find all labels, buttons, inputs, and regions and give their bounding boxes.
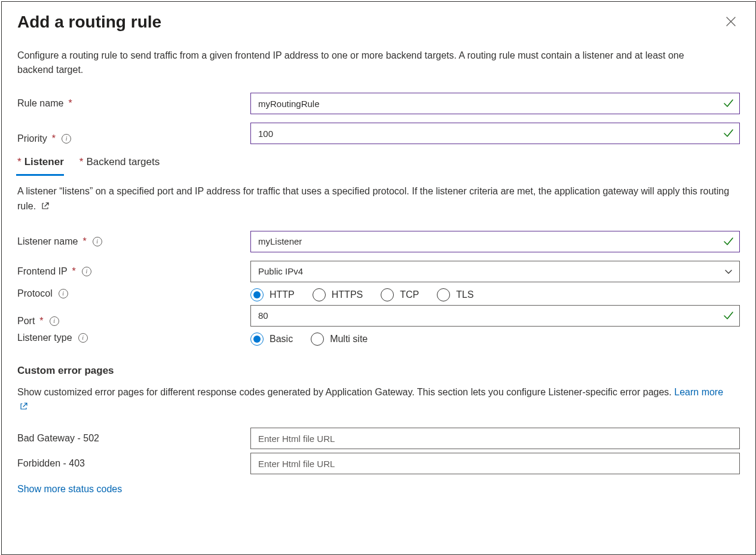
protocol-http-radio[interactable]: HTTP <box>250 288 295 301</box>
tabs: * Listener * Backend targets <box>16 153 740 176</box>
custom-error-description: Show customized error pages for differen… <box>17 385 734 415</box>
listener-description: A listener “listens” on a specified port… <box>17 184 734 214</box>
priority-label: Priority * i <box>17 123 250 144</box>
info-icon[interactable]: i <box>62 134 71 144</box>
listener-type-row: Listener type i Basic Multi site <box>17 330 740 346</box>
radio-icon <box>250 333 264 346</box>
external-link-icon[interactable] <box>41 200 50 208</box>
radio-icon <box>381 288 394 301</box>
protocol-tls-radio[interactable]: TLS <box>437 288 473 301</box>
label-text: Protocol <box>17 288 53 299</box>
frontend-ip-label: Frontend IP * i <box>17 266 250 277</box>
rule-name-input[interactable] <box>250 93 740 114</box>
link-text: Learn more <box>674 387 723 397</box>
tab-listener[interactable]: * Listener <box>16 153 64 176</box>
radio-label: Basic <box>270 334 293 344</box>
required-star: * <box>72 266 76 277</box>
label-text: Port <box>17 316 35 327</box>
protocol-https-radio[interactable]: HTTPS <box>313 288 363 301</box>
port-label: Port * i <box>17 305 250 327</box>
close-button[interactable] <box>726 13 740 29</box>
info-icon[interactable]: i <box>59 289 68 298</box>
listener-desc-text: A listener “listens” on a specified port… <box>17 186 729 211</box>
routing-rule-panel: Add a routing rule Configure a routing r… <box>1 1 756 555</box>
radio-label: TCP <box>400 289 419 300</box>
required-star: * <box>79 156 84 168</box>
protocol-tcp-radio[interactable]: TCP <box>381 288 419 301</box>
forbidden-row: Forbidden - 403 <box>17 453 740 474</box>
required-star: * <box>52 133 56 144</box>
label-text: Frontend IP <box>17 266 68 277</box>
close-icon <box>726 16 736 27</box>
listener-name-input[interactable] <box>250 231 740 252</box>
listener-type-multi-radio[interactable]: Multi site <box>311 333 368 346</box>
required-star: * <box>39 316 43 327</box>
listener-name-label: Listener name * i <box>17 236 250 247</box>
bad-gateway-label: Bad Gateway - 502 <box>17 433 250 444</box>
frontend-ip-row: Frontend IP * i Public IPv4 <box>17 261 740 282</box>
panel-title: Add a routing rule <box>17 13 161 32</box>
tab-label: Backend targets <box>86 156 160 168</box>
forbidden-input[interactable] <box>250 453 740 474</box>
port-input[interactable] <box>250 305 740 327</box>
custom-error-desc-text: Show customized error pages for differen… <box>17 387 674 397</box>
bad-gateway-input[interactable] <box>250 428 740 449</box>
info-icon[interactable]: i <box>93 237 102 246</box>
bad-gateway-row: Bad Gateway - 502 <box>17 428 740 449</box>
external-link-icon <box>20 400 28 408</box>
required-star: * <box>17 156 22 168</box>
info-icon[interactable]: i <box>78 333 88 343</box>
select-value: Public IPv4 <box>258 266 303 276</box>
radio-icon <box>250 288 264 301</box>
label-text: Priority <box>17 133 47 144</box>
radio-icon <box>311 333 324 346</box>
label-text: Bad Gateway - 502 <box>17 433 99 444</box>
radio-label: Multi site <box>330 334 368 344</box>
listener-type-label: Listener type i <box>17 333 250 343</box>
panel-description: Configure a routing rule to send traffic… <box>17 48 723 77</box>
frontend-ip-select[interactable]: Public IPv4 <box>250 261 740 282</box>
listener-type-basic-radio[interactable]: Basic <box>250 333 293 346</box>
rule-name-row: Rule name * <box>17 93 740 114</box>
radio-label: TLS <box>456 289 473 300</box>
radio-icon <box>437 288 450 301</box>
required-star: * <box>82 236 86 247</box>
info-icon[interactable]: i <box>50 316 59 326</box>
label-text: Listener type <box>17 333 72 343</box>
custom-error-heading: Custom error pages <box>17 365 740 377</box>
required-star: * <box>68 98 72 109</box>
protocol-row: Protocol i HTTP HTTPS TCP TLS <box>17 286 740 301</box>
tab-backend-targets[interactable]: * Backend targets <box>78 153 160 176</box>
radio-label: HTTP <box>270 289 295 300</box>
priority-input[interactable] <box>250 123 740 144</box>
label-text: Rule name <box>17 98 63 109</box>
priority-row: Priority * i <box>17 123 740 144</box>
protocol-radio-group: HTTP HTTPS TCP TLS <box>250 286 740 301</box>
tab-label: Listener <box>25 156 64 168</box>
info-icon[interactable]: i <box>82 267 91 276</box>
forbidden-label: Forbidden - 403 <box>17 458 250 469</box>
listener-name-row: Listener name * i <box>17 231 740 252</box>
label-text: Listener name <box>17 236 78 247</box>
label-text: Forbidden - 403 <box>17 458 85 469</box>
panel-header: Add a routing rule <box>17 13 740 48</box>
radio-icon <box>313 288 326 301</box>
rule-name-label: Rule name * <box>17 98 250 109</box>
port-row: Port * i <box>17 305 740 327</box>
protocol-label: Protocol i <box>17 288 250 299</box>
radio-label: HTTPS <box>332 289 363 300</box>
listener-type-radio-group: Basic Multi site <box>250 330 740 346</box>
show-more-status-codes-link[interactable]: Show more status codes <box>17 484 122 495</box>
